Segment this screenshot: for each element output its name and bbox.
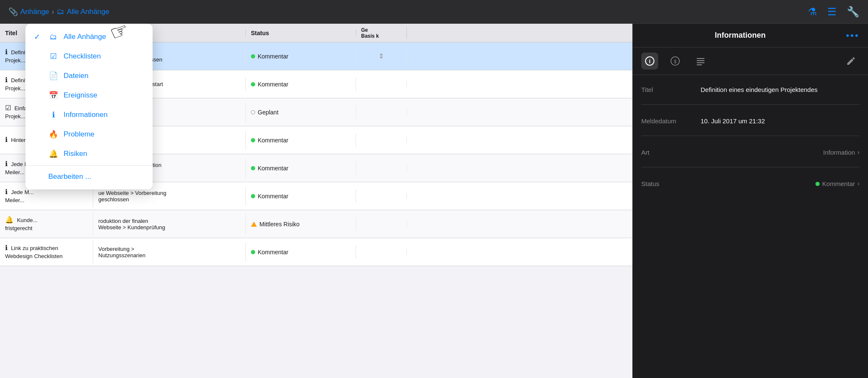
info-icon: ℹ <box>5 48 8 56</box>
checkbox-icon: ☑ <box>48 52 58 61</box>
dropdown-label-checklisten: Checklisten <box>64 52 101 61</box>
cell-basis <box>356 81 407 88</box>
dropdown-item-checklisten[interactable]: ☑ Checklisten <box>25 47 153 66</box>
right-panel-title: Informationen <box>641 31 839 40</box>
tab-list[interactable] <box>692 53 709 69</box>
svg-rect-5 <box>697 60 704 61</box>
right-tabs: i $ <box>633 47 868 75</box>
status-label: Kommentar <box>258 193 288 200</box>
cell-basis: ⇕ <box>356 49 407 64</box>
filter-icon[interactable]: ⚗ <box>808 6 817 18</box>
cell-basis <box>356 165 407 172</box>
chevron-right-icon: › <box>857 148 860 157</box>
dropdown-label-bearbeiten: Bearbeiten ... <box>48 172 91 181</box>
cell-titel: ℹ Link zu praktischenWebdesign Checklist… <box>0 240 93 263</box>
top-bar: 📎 Anhänge › 🗂 Alle Anhänge ⚗ ☰ 🔧 <box>0 0 868 24</box>
svg-text:i: i <box>649 58 651 64</box>
tab-info[interactable]: i <box>641 53 658 69</box>
dropdown-item-bearbeiten[interactable]: Bearbeiten ... <box>25 167 153 186</box>
breadcrumb: 📎 Anhänge › 🗂 Alle Anhänge <box>8 7 434 17</box>
info-value-status[interactable]: Kommentar › <box>701 179 860 188</box>
info-icon: ℹ <box>5 76 8 83</box>
cell-angehangt: Vorbereitung >Nutzungsszenarien <box>93 242 246 262</box>
status-dot-green <box>251 138 255 142</box>
info-row-meldedatum: Meldedatum 10. Juli 2017 um 21:32 <box>641 117 860 136</box>
checkbox-icon: ☑ <box>5 104 11 111</box>
info-circle-icon: ℹ <box>48 110 58 120</box>
status-dot-green <box>251 250 255 254</box>
status-dot-empty <box>251 110 255 114</box>
cell-basis <box>356 221 407 228</box>
right-panel: Informationen ••• i $ <box>632 24 868 378</box>
info-icon: ℹ <box>5 188 8 195</box>
settings-icon[interactable]: 🔧 <box>847 6 860 18</box>
fire-icon: 🔥 <box>48 130 58 139</box>
dropdown-item-informationen[interactable]: ℹ Informationen <box>25 105 153 125</box>
col-header-status: Status <box>246 30 356 36</box>
toolbar-actions: ⚗ ☰ 🔧 <box>434 6 860 18</box>
dropdown-item-ereignisse[interactable]: 📅 Ereignisse <box>25 86 153 105</box>
info-row-status: Status Kommentar › <box>641 179 860 198</box>
info-row-titel: Titel Definition eines eindeutigen Proje… <box>641 85 860 105</box>
cell-status: Geplant <box>246 106 356 119</box>
info-label-titel: Titel <box>641 85 701 93</box>
dropdown-label-risiken: Risiken <box>64 150 87 158</box>
status-dot-green <box>251 54 255 58</box>
dropdown-item-dateien[interactable]: 📄 Dateien <box>25 66 153 86</box>
breadcrumb-item2[interactable]: Alle Anhänge <box>67 8 109 16</box>
dropdown-label-informationen: Informationen <box>64 111 108 119</box>
cell-status: Kommentar <box>246 133 356 147</box>
info-label-art: Art <box>641 148 701 156</box>
status-label: Kommentar <box>258 53 288 60</box>
dropdown-menu: ☞ ✓ 🗂 Alle Anhänge ☑ Checklisten 📄 Datei… <box>25 24 153 189</box>
edit-tab-icon <box>846 56 856 66</box>
info-icon: ℹ <box>5 160 8 167</box>
main-layout: Titel Angehängt an Status GeBasis k ℹ De… <box>0 24 868 378</box>
cell-status: Kommentar <box>246 78 356 91</box>
expand-icon[interactable]: ⇕ <box>378 52 384 60</box>
status-label: Kommentar <box>258 249 288 256</box>
right-panel-header: Informationen ••• <box>633 24 868 47</box>
calendar-icon: 📅 <box>48 91 58 100</box>
cell-basis <box>356 137 407 144</box>
svg-rect-4 <box>697 58 704 59</box>
table-row[interactable]: 🔔 Kunde...fristgerecht roduktion der fin… <box>0 210 632 238</box>
breadcrumb-separator: › <box>52 8 54 16</box>
info-icon: ℹ <box>5 136 8 143</box>
dropdown-label-ereignisse: Ereignisse <box>64 91 97 100</box>
sort-icon[interactable]: ☰ <box>827 6 837 18</box>
status-label: Kommentar <box>258 137 288 144</box>
cell-basis <box>356 193 407 200</box>
cell-status: Kommentar <box>246 50 356 63</box>
dropdown-item-alle[interactable]: ✓ 🗂 Alle Anhänge <box>25 27 153 47</box>
info-value-art[interactable]: Information › <box>701 148 860 157</box>
status-label: Mittleres Risiko <box>259 221 300 228</box>
bell-icon: 🔔 <box>48 149 58 158</box>
svg-rect-7 <box>697 64 702 65</box>
chevron-right-icon: › <box>857 180 860 188</box>
dropdown-item-risiken[interactable]: 🔔 Risiken <box>25 144 153 164</box>
checkmark-icon: ✓ <box>34 32 43 42</box>
file-icon: 📄 <box>48 71 58 81</box>
info-icon: ℹ <box>5 244 8 251</box>
cell-status: Mittleres Risiko <box>246 217 356 231</box>
more-options-icon[interactable]: ••• <box>846 30 860 41</box>
dropdown-label-probleme: Probleme <box>64 130 95 139</box>
dropdown-label-dateien: Dateien <box>64 72 89 80</box>
status-label: Kommentar <box>258 165 288 172</box>
breadcrumb-item1[interactable]: Anhänge <box>20 8 49 16</box>
table-panel: Titel Angehängt an Status GeBasis k ℹ De… <box>0 24 632 378</box>
info-tab-icon: i <box>645 56 655 66</box>
dropdown-label-alle: Alle Anhänge <box>64 33 106 41</box>
info-label-meldedatum: Meldedatum <box>641 117 701 125</box>
tab-finance[interactable]: $ <box>667 53 684 69</box>
table-row[interactable]: ℹ Link zu praktischenWebdesign Checklist… <box>0 238 632 266</box>
status-label: Kommentar <box>258 81 288 88</box>
cell-angehangt: roduktion der finalenWebseite > Kundenpr… <box>93 214 246 234</box>
status-dot-green <box>251 166 255 170</box>
svg-rect-6 <box>697 62 704 63</box>
paperclip-icon: 📎 <box>8 7 18 17</box>
dropdown-item-probleme[interactable]: 🔥 Probleme <box>25 125 153 144</box>
info-value-titel: Definition eines eindeutigen Projektende… <box>701 85 860 94</box>
tab-edit[interactable] <box>843 53 860 69</box>
